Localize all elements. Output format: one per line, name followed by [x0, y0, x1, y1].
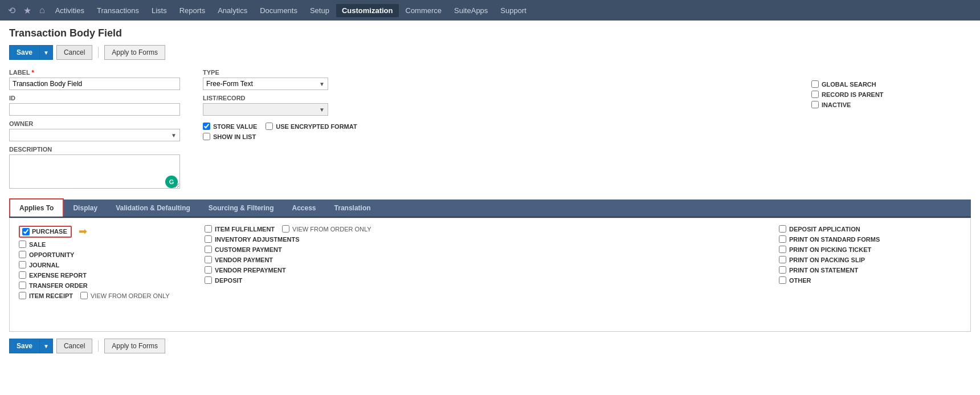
tab-validation[interactable]: Validation & Defaulting	[107, 199, 199, 217]
nav-support[interactable]: Support	[495, 4, 532, 17]
expense-report-label: EXPENSE REPORT	[29, 272, 87, 279]
bottom-save-dropdown[interactable]: ▼	[39, 339, 53, 353]
journal-checkbox[interactable]	[19, 261, 26, 268]
apply-to-forms-button-top[interactable]: Apply to Forms	[104, 45, 165, 60]
nav-lists[interactable]: Lists	[146, 4, 173, 17]
nav-documents[interactable]: Documents	[254, 4, 303, 17]
star-icon[interactable]: ★	[20, 3, 35, 18]
list-record-field-group: LIST/RECORD	[203, 95, 789, 116]
label-input[interactable]	[9, 78, 180, 90]
bottom-save-button[interactable]: Save	[9, 339, 39, 353]
item-receipt-checkbox[interactable]	[19, 292, 26, 299]
applies-col-left: PURCHASE ➡ SALE OPPORTUNITY JOURNAL	[19, 225, 201, 299]
bottom-save-group: Save ▼	[9, 339, 53, 353]
tab-translation[interactable]: Translation	[325, 199, 380, 217]
store-value-checkbox[interactable]	[203, 123, 210, 130]
tab-applies-to[interactable]: Applies To	[9, 198, 64, 217]
applies-col-mid: ITEM FULFILLMENT VIEW FROM ORDER ONLY IN…	[205, 225, 775, 299]
item-receipt-view-label: VIEW FROM ORDER ONLY	[91, 292, 170, 299]
print-on-statement-label: PRINT ON STATEMENT	[789, 267, 858, 274]
vendor-prepayment-row: VENDOR PREPAYMENT	[205, 266, 775, 274]
deposit-checkbox[interactable]	[205, 276, 212, 284]
sale-checkbox[interactable]	[19, 241, 26, 248]
home-icon[interactable]: ⌂	[36, 3, 48, 18]
label-field-label: LABEL *	[9, 69, 180, 76]
vendor-payment-checkbox[interactable]	[205, 256, 212, 263]
inventory-adjustments-label: INVENTORY ADJUSTMENTS	[215, 236, 300, 243]
print-packing-slip-checkbox[interactable]	[779, 256, 786, 263]
inventory-adjustments-checkbox[interactable]	[205, 235, 212, 243]
other-checkbox[interactable]	[779, 276, 786, 284]
print-picking-ticket-checkbox[interactable]	[779, 246, 786, 253]
expense-report-row: EXPENSE REPORT	[19, 271, 201, 279]
print-packing-slip-label: PRINT ON PACKING SLIP	[789, 256, 865, 263]
type-field-label: TYPE	[203, 69, 789, 76]
vendor-prepayment-label: VENDOR PREPAYMENT	[215, 267, 286, 274]
vendor-payment-label: VENDOR PAYMENT	[215, 256, 273, 263]
purchase-arrow-icon: ➡	[79, 225, 87, 238]
use-encrypted-checkbox[interactable]	[266, 123, 273, 130]
nav-analytics[interactable]: Analytics	[212, 4, 253, 17]
save-button-group: Save ▼	[9, 45, 53, 60]
other-label: OTHER	[789, 277, 811, 284]
sale-row: SALE	[19, 241, 201, 248]
bottom-cancel-button[interactable]: Cancel	[56, 339, 92, 353]
transfer-order-checkbox[interactable]	[19, 282, 26, 289]
right-checkboxes: GLOBAL SEARCH RECORD IS PARENT INACTIVE	[811, 80, 971, 190]
nav-customization[interactable]: Customization	[336, 4, 399, 17]
item-fulfillment-checkbox[interactable]	[205, 225, 212, 233]
record-is-parent-checkbox[interactable]	[811, 91, 819, 98]
print-standard-forms-checkbox[interactable]	[779, 235, 786, 243]
type-select[interactable]: Free-Form Text	[203, 78, 328, 90]
id-input[interactable]	[9, 103, 180, 116]
top-toolbar: Save ▼ Cancel Apply to Forms	[9, 45, 971, 60]
deposit-application-checkbox[interactable]	[779, 225, 786, 233]
tab-display[interactable]: Display	[64, 199, 107, 217]
description-field-label: DESCRIPTION	[9, 146, 180, 153]
record-is-parent-label: RECORD IS PARENT	[822, 91, 884, 98]
show-in-list-label: SHOW IN LIST	[213, 133, 256, 140]
apply-to-forms-button-bottom[interactable]: Apply to Forms	[104, 339, 165, 353]
print-on-statement-checkbox[interactable]	[779, 266, 786, 274]
expense-report-checkbox[interactable]	[19, 271, 26, 279]
deposit-label: DEPOSIT	[215, 277, 242, 284]
save-button[interactable]: Save	[9, 45, 39, 60]
nav-reports[interactable]: Reports	[174, 4, 211, 17]
vendor-prepayment-checkbox[interactable]	[205, 266, 212, 274]
deposit-application-row: DEPOSIT APPLICATION	[779, 225, 961, 233]
opportunity-label: OPPORTUNITY	[29, 251, 74, 258]
description-textarea[interactable]	[9, 154, 180, 189]
tab-sourcing[interactable]: Sourcing & Filtering	[199, 199, 283, 217]
item-receipt-view-checkbox[interactable]	[80, 292, 88, 299]
print-on-statement-row: PRINT ON STATEMENT	[779, 266, 961, 274]
grammarly-icon: G	[165, 176, 178, 188]
global-search-checkbox[interactable]	[811, 80, 819, 88]
save-dropdown-button[interactable]: ▼	[39, 45, 53, 60]
print-picking-ticket-row: PRINT ON PICKING TICKET	[779, 246, 961, 253]
list-record-select[interactable]	[203, 103, 328, 116]
item-fulfillment-view-checkbox[interactable]	[282, 225, 289, 233]
print-standard-forms-label: PRINT ON STANDARD FORMS	[789, 236, 880, 243]
owner-select[interactable]	[9, 129, 180, 141]
history-icon[interactable]: ⟲	[5, 3, 19, 18]
tab-access[interactable]: Access	[283, 199, 325, 217]
nav-activities[interactable]: Activities	[50, 4, 90, 17]
description-textarea-wrapper: G	[9, 154, 180, 190]
inactive-checkbox[interactable]	[811, 101, 819, 108]
nav-setup[interactable]: Setup	[304, 4, 335, 17]
nav-commerce[interactable]: Commerce	[400, 4, 448, 17]
id-field-label: ID	[9, 95, 180, 101]
opportunity-checkbox[interactable]	[19, 251, 26, 258]
customer-payment-checkbox[interactable]	[205, 246, 212, 253]
customer-payment-row: CUSTOMER PAYMENT	[205, 246, 775, 253]
sale-label: SALE	[29, 241, 46, 248]
show-in-list-checkbox[interactable]	[203, 133, 210, 140]
purchase-checkbox[interactable]	[22, 228, 30, 235]
tabs-bar: Applies To Display Validation & Defaulti…	[9, 199, 971, 218]
nav-suiteapps[interactable]: SuiteApps	[448, 4, 493, 17]
list-record-select-wrapper	[203, 103, 328, 116]
other-row: OTHER	[779, 276, 961, 284]
nav-transactions[interactable]: Transactions	[91, 4, 145, 17]
store-value-label: STORE VALUE	[213, 123, 257, 130]
cancel-button[interactable]: Cancel	[56, 45, 92, 60]
